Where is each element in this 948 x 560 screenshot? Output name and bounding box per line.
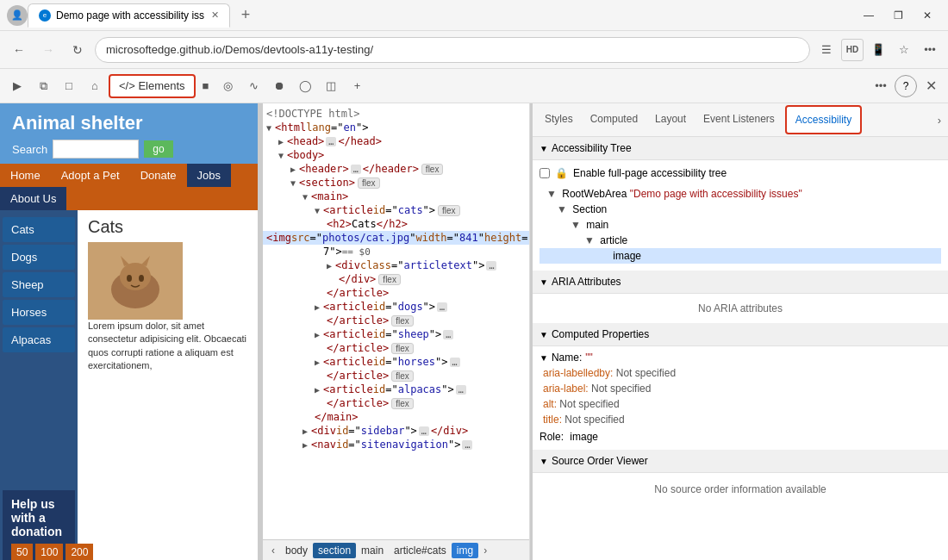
layout-icon[interactable]: □	[57, 74, 81, 98]
bc-article-cats[interactable]: article#cats	[389, 543, 452, 558]
tree-main[interactable]: ▼ main	[539, 217, 941, 233]
breadcrumb-prev[interactable]: ‹	[266, 544, 280, 557]
search-input[interactable]	[53, 140, 139, 159]
nav-line[interactable]: ▶ <nav id="sitenavigation"> …	[263, 438, 529, 451]
cat-image	[88, 242, 183, 320]
nav-about[interactable]: About Us	[0, 187, 66, 210]
aria-header[interactable]: ▼ ARIA Attributes	[533, 271, 948, 294]
img-line-cont[interactable]: 7"> == $0	[263, 245, 529, 258]
back-button[interactable]: ←	[7, 38, 31, 62]
sources-tab[interactable]: ◎	[215, 74, 240, 98]
console-tab[interactable]: ■	[197, 74, 215, 98]
reader-mode-icon[interactable]: ☰	[815, 39, 838, 61]
devtools-close-icon[interactable]: ✕	[919, 74, 943, 98]
source-order-label: Source Order Viewer	[552, 455, 648, 467]
doctype-line[interactable]: <!DOCTYPE html>	[263, 107, 529, 121]
right-panel-chevron[interactable]: ›	[934, 110, 945, 130]
a11y-tree-header[interactable]: ▼ Accessibility Tree	[533, 137, 948, 160]
go-button[interactable]: go	[144, 140, 172, 158]
img-line[interactable]: <img src="photos/cat.jpg" width="841" he…	[263, 231, 529, 245]
amount-50[interactable]: 50	[11, 544, 33, 560]
help-icon[interactable]: ?	[895, 75, 917, 97]
perf-tab[interactable]: ⏺	[267, 74, 291, 98]
maximize-button[interactable]: ❐	[884, 5, 912, 26]
article-alpacas-close[interactable]: </article> flex	[263, 396, 529, 410]
nav-adopt[interactable]: Adopt a Pet	[51, 164, 130, 187]
browser-tab[interactable]: e Demo page with accessibility iss ✕	[28, 3, 230, 28]
name-key: Name:	[552, 352, 582, 364]
tree-image[interactable]: image	[539, 248, 941, 264]
main-close-line[interactable]: </main>	[263, 410, 529, 424]
body-line[interactable]: ▼ <body>	[263, 148, 529, 162]
source-order-header[interactable]: ▼ Source Order Viewer	[533, 450, 948, 473]
sidebar-horses[interactable]: Horses	[3, 300, 75, 325]
tab-accessibility[interactable]: Accessibility	[785, 105, 862, 134]
plus-tab[interactable]: +	[345, 74, 369, 98]
article-close-line[interactable]: </article>	[263, 286, 529, 300]
enable-a11y-checkbox[interactable]	[539, 168, 550, 178]
div-articletext-line[interactable]: ▶ <div class="articletext"> …	[263, 258, 529, 272]
close-button[interactable]: ✕	[914, 5, 941, 26]
home-dt-icon[interactable]: ⌂	[83, 74, 107, 98]
breadcrumb-next[interactable]: ›	[478, 544, 492, 557]
forward-button[interactable]: →	[36, 38, 60, 62]
bc-body[interactable]: body	[280, 543, 313, 558]
article-alpacas-line[interactable]: ▶ <article id="alpacas"> …	[263, 383, 529, 396]
tab-styles[interactable]: Styles	[536, 106, 582, 134]
tree-section[interactable]: ▼ Section	[539, 202, 941, 217]
article-dogs-close[interactable]: </article> flex	[263, 314, 529, 327]
nav-home[interactable]: Home	[0, 164, 51, 187]
network-tab[interactable]: ∿	[241, 74, 265, 98]
inspect-icon[interactable]: ▶	[5, 74, 29, 98]
sidebar-alpacas[interactable]: Alpacas	[3, 327, 75, 352]
div-close-line[interactable]: </div> flex	[263, 272, 529, 286]
header-line[interactable]: ▶ <header> … </header> flex	[263, 162, 529, 176]
tab-computed[interactable]: Computed	[582, 106, 646, 134]
section-line[interactable]: ▼ <section> flex	[263, 176, 529, 190]
main-line[interactable]: ▼ <main>	[263, 190, 529, 203]
tab-close-icon[interactable]: ✕	[211, 9, 219, 21]
article-sheep-line[interactable]: ▶ <article id="sheep"> …	[263, 327, 529, 341]
article-dogs-line[interactable]: ▶ <article id="dogs"> …	[263, 300, 529, 314]
h2-line[interactable]: <h2>Cats</h2>	[263, 217, 529, 231]
dom-tree[interactable]: <!DOCTYPE html> ▼ <html lang="en"> ▶ <he…	[263, 103, 529, 539]
right-panel: Styles Computed Layout Event Listeners A…	[533, 103, 948, 560]
more-icon[interactable]: •••	[919, 39, 941, 61]
article-horses-close[interactable]: </article> flex	[263, 369, 529, 383]
more-tabs-button[interactable]: •••	[869, 74, 893, 98]
nav-jobs[interactable]: Jobs	[187, 164, 231, 187]
reload-button[interactable]: ↻	[65, 38, 90, 62]
html-line[interactable]: ▼ <html lang="en">	[263, 121, 529, 134]
amount-100[interactable]: 100	[35, 544, 63, 560]
device-icon[interactable]: ⧉	[31, 74, 55, 98]
svg-point-6	[139, 275, 144, 282]
tree-article[interactable]: ▼ article	[539, 233, 941, 248]
phone-icon[interactable]: 📱	[867, 39, 889, 61]
nav-donate[interactable]: Donate	[130, 164, 187, 187]
tab-event-listeners[interactable]: Event Listeners	[695, 106, 783, 134]
article-sheep-close[interactable]: </article> flex	[263, 341, 529, 355]
app-tab[interactable]: ◫	[319, 74, 343, 98]
bc-section[interactable]: section	[313, 543, 356, 558]
minimize-button[interactable]: —	[855, 5, 883, 26]
memory-tab[interactable]: ◯	[293, 74, 317, 98]
article-horses-line[interactable]: ▶ <article id="horses"> …	[263, 355, 529, 369]
favorite-icon[interactable]: ☆	[893, 39, 915, 61]
computed-header[interactable]: ▼ Computed Properties	[533, 323, 948, 346]
tree-root[interactable]: ▼ RootWebArea "Demo page with accessibil…	[539, 186, 941, 202]
address-bar-icons: ☰ HD 📱 ☆ •••	[815, 39, 941, 61]
sidebar-dogs[interactable]: Dogs	[3, 245, 75, 270]
hd-icon[interactable]: HD	[841, 39, 864, 61]
new-tab-button[interactable]: +	[234, 3, 258, 28]
head-line[interactable]: ▶ <head> … </head>	[263, 134, 529, 148]
article-cats-line[interactable]: ▼ <article id="cats"> flex	[263, 203, 529, 217]
elements-tab[interactable]: </> Elements	[109, 74, 196, 98]
url-bar[interactable]: microsoftedge.github.io/Demos/devtools-a…	[95, 37, 810, 63]
sidebar-cats[interactable]: Cats	[3, 217, 75, 242]
bc-img[interactable]: img	[452, 543, 478, 558]
tab-layout[interactable]: Layout	[646, 106, 695, 134]
profile-icon[interactable]: 👤	[7, 5, 28, 26]
sidebar-sheep[interactable]: Sheep	[3, 272, 75, 297]
div-sidebar-line[interactable]: ▶ <div id="sidebar"> … </div>	[263, 424, 529, 438]
bc-main[interactable]: main	[356, 543, 389, 558]
